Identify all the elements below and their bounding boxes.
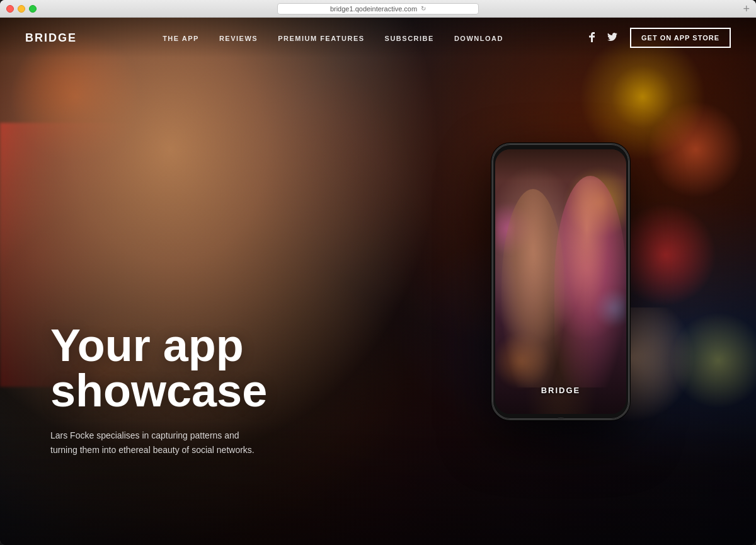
- nav-premium-features[interactable]: PREMIUM FEATURES: [278, 35, 364, 42]
- nav-right: GET ON APP STORE: [589, 28, 731, 48]
- url-bar[interactable]: bridge1.qodeinteractive.com ↻: [277, 3, 479, 14]
- app-store-button[interactable]: GET ON APP STORE: [630, 28, 731, 48]
- nav-links: THE APP REVIEWS PREMIUM FEATURES SUBSCRI…: [163, 32, 503, 43]
- navbar: BRIDGE THE APP REVIEWS PREMIUM FEATURES …: [0, 18, 756, 58]
- hero-subtitle: Lars Focke specialises in capturing patt…: [50, 428, 265, 457]
- phone-mockup: BRIDGE: [491, 143, 630, 420]
- twitter-icon[interactable]: [607, 33, 617, 43]
- browser-window: bridge1.qodeinteractive.com ↻ + BRIDGE T…: [0, 0, 756, 545]
- phone-home-button[interactable]: [549, 418, 572, 420]
- nav-subscribe[interactable]: SUBSCRIBE: [385, 35, 434, 42]
- url-text: bridge1.qodeinteractive.com: [330, 5, 417, 13]
- phone-mockup-container: BRIDGE: [491, 143, 630, 420]
- hero-content: Your app showcase Lars Focke specialises…: [50, 323, 365, 457]
- nav-download[interactable]: DOWNLOAD: [454, 35, 503, 42]
- facebook-icon[interactable]: [589, 32, 595, 44]
- website-content: BRIDGE THE APP REVIEWS PREMIUM FEATURES …: [0, 18, 756, 545]
- site-logo[interactable]: BRIDGE: [25, 32, 77, 45]
- phone-person-right: [554, 176, 626, 387]
- phone-screen: BRIDGE: [495, 149, 626, 414]
- phone-app-label: BRIDGE: [541, 386, 581, 395]
- title-bar: bridge1.qodeinteractive.com ↻ +: [0, 0, 756, 18]
- add-tab-button[interactable]: +: [743, 3, 750, 14]
- minimize-button[interactable]: [18, 5, 25, 13]
- close-button[interactable]: [6, 5, 14, 13]
- maximize-button[interactable]: [29, 5, 37, 13]
- phone-top-bar: [495, 149, 626, 181]
- nav-reviews[interactable]: REVIEWS: [219, 35, 258, 42]
- refresh-icon[interactable]: ↻: [421, 5, 426, 12]
- nav-the-app[interactable]: THE APP: [163, 35, 199, 42]
- traffic-lights: [6, 5, 37, 13]
- hero-title: Your app showcase: [50, 323, 365, 413]
